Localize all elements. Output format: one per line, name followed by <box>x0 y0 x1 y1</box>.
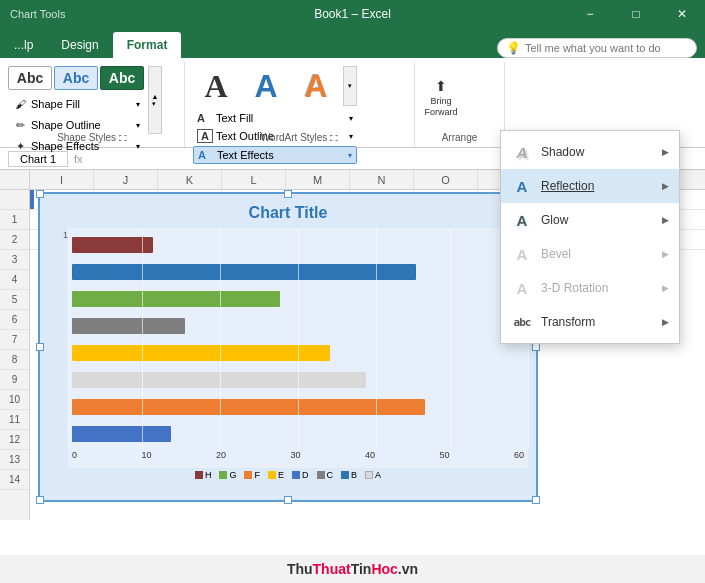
legend-dot-H <box>195 471 203 479</box>
x-label-50: 50 <box>439 450 449 460</box>
chart-area[interactable]: Chart Title 1 <box>38 192 538 502</box>
grid-line-50 <box>450 228 451 448</box>
row-numbers: 1 2 3 4 5 6 7 8 9 10 11 12 13 14 <box>0 170 30 520</box>
x-label-60: 60 <box>514 450 524 460</box>
shadow-arrow: ▶ <box>662 147 669 157</box>
bevel-label: Bevel <box>541 247 654 261</box>
legend-label-D: D <box>302 470 309 480</box>
text-effects-button[interactable]: A Text Effects ▾ <box>193 146 357 164</box>
glow-label: Glow <box>541 213 654 227</box>
chart-title[interactable]: Chart Title <box>40 194 536 228</box>
legend-dot-C <box>317 471 325 479</box>
bar-B <box>72 264 416 280</box>
tab-format[interactable]: Format <box>113 32 182 58</box>
legend-label-F: F <box>254 470 260 480</box>
legend-G: G <box>219 470 236 480</box>
chart-handle-tl[interactable] <box>36 190 44 198</box>
shape-styles-expand-icon[interactable]: ⛶ <box>119 134 127 143</box>
window-controls: − □ ✕ <box>567 0 705 28</box>
legend-H: H <box>195 470 212 480</box>
x-label-10: 10 <box>141 450 151 460</box>
close-button[interactable]: ✕ <box>659 0 705 28</box>
shape-fill-button[interactable]: 🖌 Shape Fill ▾ <box>8 94 144 114</box>
reflection-arrow: ▶ <box>662 181 669 191</box>
shadow-menu-item[interactable]: A Shadow ▶ <box>501 135 679 169</box>
chart-handle-bl[interactable] <box>36 496 44 504</box>
glow-menu-item[interactable]: A Glow ▶ <box>501 203 679 237</box>
reflection-icon: A <box>511 175 533 197</box>
shape-fill-chevron: ▾ <box>136 100 140 109</box>
chart-handle-left[interactable] <box>36 343 44 351</box>
text-fill-button[interactable]: A Text Fill ▾ <box>193 110 357 126</box>
x-label-40: 40 <box>365 450 375 460</box>
row-num-7: 6 <box>0 310 29 330</box>
text-effects-dropdown: A Shadow ▶ A Reflection ▶ A Glow ▶ A Bev… <box>500 130 680 344</box>
col-header-O: O <box>414 170 478 190</box>
wordart-styles-section: A A A ▾ A Text Fill ▾ A Text Outl <box>185 62 415 147</box>
bevel-menu-item[interactable]: A Bevel ▶ <box>501 237 679 271</box>
chart-handle-right[interactable] <box>532 343 540 351</box>
legend-label-C: C <box>327 470 334 480</box>
shape-styles-label: Shape Styles ⛶ <box>0 132 184 143</box>
row-num-15: 14 <box>0 470 29 490</box>
shadow-label: Shadow <box>541 145 654 159</box>
3d-rotation-icon: A <box>511 277 533 299</box>
wordart-expand-button[interactable]: ▾ <box>343 66 357 106</box>
legend-label-G: G <box>229 470 236 480</box>
minimize-button[interactable]: − <box>567 0 613 28</box>
col-header-J: J <box>94 170 158 190</box>
row-num-2: 1 <box>0 210 29 230</box>
row-num-10: 9 <box>0 370 29 390</box>
glow-arrow: ▶ <box>662 215 669 225</box>
shape-styles-section: Abc Abc Abc 🖌 Shape Fill ▾ ✏ Shape Outli… <box>0 62 185 147</box>
3d-rotation-menu-item[interactable]: A 3-D Rotation ▶ <box>501 271 679 305</box>
chart-handle-bottom[interactable] <box>284 496 292 504</box>
chart-handle-br[interactable] <box>532 496 540 504</box>
3d-rotation-arrow: ▶ <box>662 283 669 293</box>
chart-handle-top[interactable] <box>284 190 292 198</box>
watermark-thu: Thu <box>287 561 313 577</box>
glow-icon: A <box>511 209 533 231</box>
watermark-hoc: Hoc <box>371 561 397 577</box>
grid-line-40 <box>376 228 377 448</box>
watermark-vn: .vn <box>398 561 418 577</box>
bar-G <box>72 291 280 307</box>
bar-E <box>72 345 330 361</box>
wordart-expand-icon[interactable]: ⛶ <box>330 134 338 143</box>
bring-forward-button[interactable]: ⬆ Bring Forward <box>423 74 459 122</box>
row-num-4: 3 <box>0 250 29 270</box>
maximize-button[interactable]: □ <box>613 0 659 28</box>
transform-label: Transform <box>541 315 654 329</box>
tab-help[interactable]: ...lp <box>0 32 47 58</box>
reflection-menu-item[interactable]: A Reflection ▶ <box>501 169 679 203</box>
row-num-11: 10 <box>0 390 29 410</box>
shape-style-btn-1[interactable]: Abc <box>8 66 52 90</box>
legend-dot-B <box>341 471 349 479</box>
shape-style-btn-2[interactable]: Abc <box>54 66 98 90</box>
transform-menu-item[interactable]: abc Transform ▶ <box>501 305 679 339</box>
wordart-sample-3[interactable]: A <box>293 66 339 106</box>
wordart-sample-2[interactable]: A <box>243 66 289 106</box>
row-num-cell <box>0 170 29 190</box>
col-header-I: I <box>30 170 94 190</box>
col-header-K: K <box>158 170 222 190</box>
legend-label-B: B <box>351 470 357 480</box>
tab-design[interactable]: Design <box>47 32 112 58</box>
wordart-sample-1[interactable]: A <box>193 66 239 106</box>
reflection-label: Reflection <box>541 179 654 193</box>
tell-me-input[interactable] <box>525 42 688 54</box>
shape-styles-expand-button[interactable]: ▲▾ <box>148 66 162 134</box>
x-label-30: 30 <box>290 450 300 460</box>
tell-me-bar[interactable]: 💡 <box>497 38 697 58</box>
shape-style-btn-3[interactable]: Abc <box>100 66 144 90</box>
bar-D <box>72 426 171 442</box>
x-axis-labels: 0 10 20 30 40 50 60 <box>72 450 524 460</box>
row-num-8: 7 <box>0 330 29 350</box>
legend-dot-A <box>365 471 373 479</box>
grid-line-10 <box>142 228 143 448</box>
legend-label-H: H <box>205 470 212 480</box>
shape-fill-icon: 🖌 <box>12 96 28 112</box>
x-label-20: 20 <box>216 450 226 460</box>
chart-tools-label: Chart Tools <box>10 8 65 20</box>
text-fill-chevron: ▾ <box>349 114 353 123</box>
